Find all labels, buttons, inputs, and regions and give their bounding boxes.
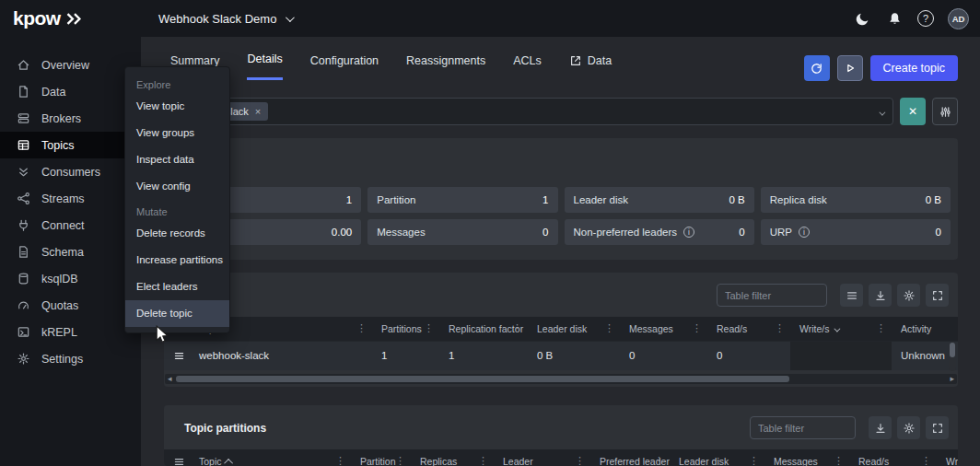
server-icon [17, 111, 30, 125]
topic-context-menu: Explore View topic View groups Inspect d… [124, 66, 230, 333]
tab-details[interactable]: Details [247, 52, 282, 80]
scrollbar-thumb[interactable] [176, 376, 789, 382]
menu-item-elect-leaders[interactable]: Elect leaders [125, 274, 229, 300]
col-topic[interactable]: Topic [190, 449, 351, 466]
menu-section-mutate: Mutate [125, 200, 229, 220]
download-icon [874, 422, 887, 435]
expand-button[interactable] [926, 284, 949, 307]
tab-reassignments[interactable]: Reassignments [406, 52, 485, 80]
col-partition[interactable]: Partition [351, 449, 411, 466]
refresh-icon [810, 62, 823, 76]
download-button[interactable] [869, 416, 892, 439]
table-settings-button[interactable] [897, 416, 920, 439]
sidebar-item-brokers[interactable]: Brokers [0, 105, 141, 132]
sidebar-item-data[interactable]: Data [0, 78, 141, 105]
scrollbar-thumb[interactable] [950, 343, 955, 357]
table-settings-button[interactable] [897, 284, 920, 307]
topic-search-field[interactable]: webhook-slack × [164, 98, 893, 125]
sidebar-item-ksqldb[interactable]: ksqlDB [0, 265, 141, 292]
chevron-down-icon [286, 13, 295, 22]
table-filter-input[interactable] [717, 284, 827, 307]
download-button[interactable] [869, 284, 892, 307]
sidebar-item-overview[interactable]: Overview [0, 52, 141, 78]
refresh-button[interactable] [804, 55, 830, 81]
horizontal-scrollbar[interactable]: ◂ ▸ [165, 374, 957, 384]
tab-acls[interactable]: ACLs [513, 52, 542, 80]
cell-topic: webhook-slack [190, 341, 372, 370]
col-read-s[interactable]: Read/s [707, 317, 790, 341]
info-icon[interactable]: i [683, 227, 694, 238]
col-leader-disk[interactable]: Leader disk [670, 449, 764, 466]
tab-data[interactable]: Data [569, 52, 612, 80]
sidebar-item-settings[interactable]: Settings [0, 345, 141, 372]
table-row[interactable]: webhook-slack 1 1 0 B 0 0 Unknown [164, 341, 958, 370]
sidebar: Overview Data Brokers Topics Consumers S… [0, 37, 141, 466]
partitions-toolbar: Topic partitions [164, 405, 958, 449]
info-icon[interactable]: i [799, 227, 810, 238]
chevron-down-icon[interactable] [874, 103, 883, 120]
help-button[interactable]: ? [917, 10, 934, 27]
col-write-s[interactable]: Write/s [937, 449, 958, 466]
cell-write-s [790, 341, 892, 370]
topics-table: Topic Partitions Replication factor Lead… [164, 317, 958, 370]
sidebar-item-streams[interactable]: Streams [0, 185, 141, 212]
menu-item-delete-records[interactable]: Delete records [125, 220, 229, 247]
tab-configuration[interactable]: Configuration [310, 52, 379, 80]
cell-leader-disk: 0 B [528, 341, 620, 370]
menu-item-inspect-data[interactable]: Inspect data [125, 146, 229, 173]
filter-options-button[interactable] [932, 98, 958, 125]
col-leader-disk[interactable]: Leader disk [528, 317, 620, 341]
scroll-left-arrow-icon[interactable]: ◂ [168, 375, 172, 383]
expand-button[interactable] [926, 416, 949, 439]
sidebar-item-connect[interactable]: Connect [0, 212, 141, 239]
menu-item-view-topic[interactable]: View topic [125, 93, 229, 120]
sidebar-item-consumers[interactable]: Consumers [0, 158, 141, 185]
topics-table-toolbar [164, 273, 958, 317]
col-write-s[interactable]: Write/s [790, 317, 892, 341]
sidebar-item-topics[interactable]: Topics [0, 132, 141, 158]
create-topic-button[interactable]: Create topic [870, 55, 958, 81]
table-filter-input[interactable] [750, 416, 856, 439]
col-messages[interactable]: Messages [620, 317, 707, 341]
gauge-icon [17, 298, 30, 312]
stat-card: Replica disk 0 B [761, 187, 951, 213]
stat-value: 0 [739, 227, 744, 238]
col-replication-factor[interactable]: Replication factor [439, 317, 528, 341]
stat-card: Messages 0 [368, 219, 557, 245]
vertical-scrollbar[interactable] [949, 342, 956, 371]
menu-item-view-config[interactable]: View config [125, 173, 229, 200]
sidebar-item-label: Overview [41, 59, 89, 72]
kpow-logo: kpow [13, 0, 84, 37]
menu-item-increase-partitions[interactable]: Increase partitions [125, 247, 229, 274]
col-partitions[interactable]: Partitions [372, 317, 439, 341]
menu-item-delete-topic[interactable]: Delete topic [125, 300, 229, 327]
play-button[interactable] [837, 55, 863, 81]
partitions-table-header-row: Topic Partition Replicas Leader Preferre… [164, 449, 958, 466]
double-chevron-down-icon [17, 165, 30, 179]
col-read-s[interactable]: Read/s [849, 449, 937, 466]
cluster-selector[interactable]: Webhook Slack Demo [158, 0, 292, 37]
chip-close-icon[interactable]: × [255, 106, 261, 117]
col-leader[interactable]: Leader [494, 449, 590, 466]
col-activity[interactable]: Activity [892, 317, 958, 341]
expand-icon [931, 422, 944, 435]
notifications-bell-icon[interactable] [885, 9, 904, 28]
scroll-right-arrow-icon[interactable]: ▸ [950, 375, 954, 383]
avatar[interactable]: AD [948, 8, 969, 29]
row-menu-icon[interactable] [164, 341, 190, 370]
sidebar-item-krepl[interactable]: kREPL [0, 319, 141, 345]
header-menu-icon[interactable] [164, 449, 190, 466]
close-icon: ✕ [908, 105, 917, 118]
cell-partitions: 1 [372, 341, 439, 370]
gear-icon [903, 422, 916, 435]
sidebar-item-schema[interactable]: Schema [0, 239, 141, 265]
clear-filter-button[interactable]: ✕ [900, 98, 926, 125]
gear-icon [17, 352, 30, 366]
menu-item-view-groups[interactable]: View groups [125, 120, 229, 146]
column-list-button[interactable] [840, 284, 863, 307]
dark-mode-toggle[interactable] [853, 9, 871, 28]
col-replicas[interactable]: Replicas [411, 449, 494, 466]
col-preferred-leader[interactable]: Preferred leader? [590, 449, 670, 466]
sidebar-item-quotas[interactable]: Quotas [0, 292, 141, 319]
col-messages[interactable]: Messages [764, 449, 849, 466]
